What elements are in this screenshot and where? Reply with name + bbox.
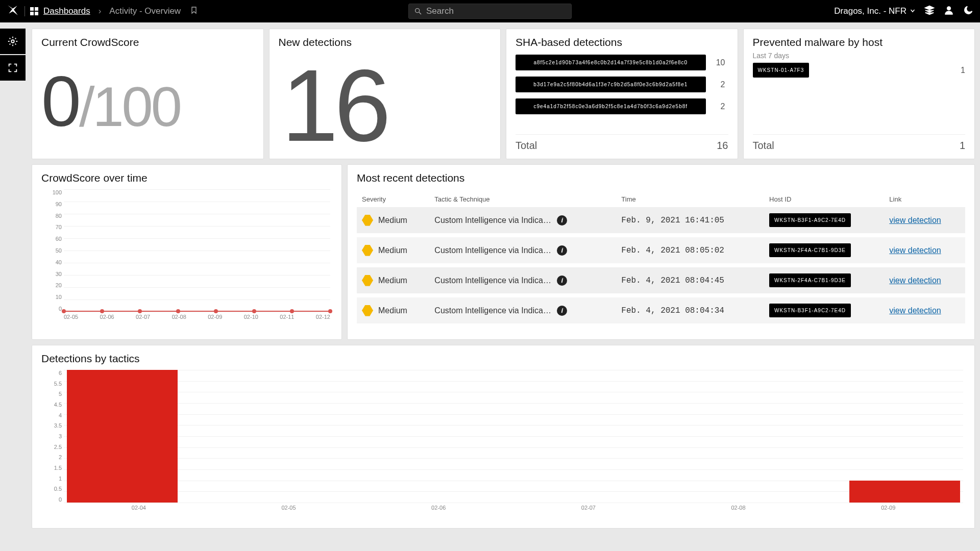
info-icon[interactable]: i xyxy=(557,215,567,226)
view-detection-link[interactable]: view detection xyxy=(889,276,941,285)
card-title: Detections by tactics xyxy=(41,353,965,365)
org-switcher[interactable]: Dragos, Inc. - NFR xyxy=(834,6,916,16)
severity-hex-icon xyxy=(362,305,373,316)
search-input[interactable]: Search xyxy=(408,4,572,19)
tactic-text: Custom Intelligence via Indicat... xyxy=(434,246,552,255)
breadcrumb-sep: › xyxy=(95,6,105,16)
host-id: WKSTN-B3F1-A9C2-7E4D xyxy=(769,213,851,227)
row-bottom: Detections by tactics 65.554.543.532.521… xyxy=(32,345,975,529)
topbar: Dashboards › Activity - Overview Search … xyxy=(0,0,980,22)
chart-line xyxy=(64,311,330,312)
host-cell: WKSTN-2F4A-C7B1-9D3E xyxy=(764,265,884,295)
sha-count: 2 xyxy=(712,102,725,111)
svg-line-1 xyxy=(419,12,421,14)
time-cell: Feb. 9, 2021 16:41:05 xyxy=(616,207,764,235)
settings-button[interactable] xyxy=(0,29,26,54)
tactic-text: Custom Intelligence via Indicat... xyxy=(434,276,552,285)
new-detections-value: 16 xyxy=(282,55,492,157)
card-title: Current CrowdScore xyxy=(41,36,254,48)
bar-slot xyxy=(64,370,214,503)
prevented-list: WKSTN-01-A7F3 1 xyxy=(753,63,966,129)
info-icon[interactable]: i xyxy=(557,306,567,316)
sha-hash: a8f5c2e1d90b73a4f6e8c0b2d14a7f39e5c8b1d0… xyxy=(516,55,706,70)
topbar-left: Dashboards › Activity - Overview xyxy=(6,4,406,19)
tactics-chart: 65.554.543.532.521.510.50 02-0402-0502-0… xyxy=(44,370,965,513)
col-severity: Severity xyxy=(357,191,429,207)
time-cell: Feb. 4, 2021 08:04:34 xyxy=(616,295,764,325)
info-icon[interactable]: i xyxy=(557,276,567,286)
falcon-logo-icon[interactable] xyxy=(6,4,19,19)
host-id: WKSTN-2F4A-C7B1-9D3E xyxy=(769,243,851,257)
bar xyxy=(849,481,960,503)
tactic-text: Custom Intelligence via Indicat... xyxy=(434,216,552,225)
prevented-host: WKSTN-01-A7F3 xyxy=(753,63,810,78)
search-placeholder: Search xyxy=(426,6,454,16)
col-time: Time xyxy=(616,191,764,207)
severity-cell: Medium xyxy=(362,215,424,226)
severity-cell: Medium xyxy=(362,275,424,286)
app-grid-icon[interactable] xyxy=(30,7,38,15)
chart-yaxis: 1009080706050403020100 xyxy=(44,189,62,312)
table-row: MediumCustom Intelligence via Indicat...… xyxy=(357,265,965,295)
bar-slot xyxy=(363,370,513,503)
user-icon[interactable] xyxy=(943,5,954,18)
chart-bars xyxy=(64,370,963,503)
sha-hash: b3d17e9a2c5f80b4d6a1f3e7c9b2d5a8f0e3c6b9… xyxy=(516,77,706,92)
sha-count: 2 xyxy=(712,80,725,89)
sha-row: a8f5c2e1d90b73a4f6e8c0b2d14a7f39e5c8b1d0… xyxy=(516,55,725,70)
col-link: Link xyxy=(884,191,965,207)
card-subtitle: Last 7 days xyxy=(753,52,966,60)
card-prevented-malware: Prevented malware by host Last 7 days WK… xyxy=(743,29,975,159)
severity-label: Medium xyxy=(378,246,407,255)
sha-hash: c9e4a1d7b2f58c0e3a6d9b2f5c8e1a4d7b0f3c6a… xyxy=(516,98,706,114)
main-content: Current CrowdScore 0/100 New detections … xyxy=(32,29,975,551)
bar-slot xyxy=(664,370,814,503)
total-value: 1 xyxy=(960,140,965,152)
chart-grid xyxy=(64,189,330,312)
info-icon[interactable]: i xyxy=(557,245,567,256)
prevented-count: 1 xyxy=(961,66,965,75)
card-current-crowdscore: Current CrowdScore 0/100 xyxy=(32,29,264,159)
svg-point-3 xyxy=(11,40,14,43)
view-detection-link[interactable]: view detection xyxy=(889,246,941,255)
total-value: 16 xyxy=(717,140,728,152)
card-title: Prevented malware by host xyxy=(753,36,966,48)
sha-row: b3d17e9a2c5f80b4d6a1f3e7c9b2d5a8f0e3c6b9… xyxy=(516,77,725,92)
detections-scroll[interactable]: Severity Tactic & Technique Time Host ID… xyxy=(357,191,965,332)
layers-icon[interactable] xyxy=(924,5,935,18)
sha-count: 10 xyxy=(712,58,725,67)
svg-point-2 xyxy=(947,6,950,10)
host-cell: WKSTN-B3F1-A9C2-7E4D xyxy=(764,207,884,235)
moon-icon[interactable] xyxy=(963,5,974,18)
col-host: Host ID xyxy=(764,191,884,207)
total-label: Total xyxy=(753,140,774,152)
host-cell: WKSTN-2F4A-C7B1-9D3E xyxy=(764,235,884,265)
tactic-cell: Custom Intelligence via Indicat...i xyxy=(434,215,567,226)
card-recent-detections: Most recent detections Severity Tactic &… xyxy=(347,164,975,340)
card-detections-by-tactics: Detections by tactics 65.554.543.532.521… xyxy=(32,345,975,529)
severity-hex-icon xyxy=(362,245,373,256)
time-cell: Feb. 4, 2021 08:04:45 xyxy=(616,265,764,295)
card-crowdscore-over-time: CrowdScore over time 1009080706050403020… xyxy=(32,164,342,340)
svg-point-0 xyxy=(415,9,420,13)
bar-slot xyxy=(513,370,664,503)
table-row: MediumCustom Intelligence via Indicat...… xyxy=(357,207,965,235)
total-label: Total xyxy=(516,140,537,152)
table-row: MediumCustom Intelligence via Indicat...… xyxy=(357,235,965,265)
table-row: MediumCustom Intelligence via Indicat...… xyxy=(357,295,965,325)
view-detection-link[interactable]: view detection xyxy=(889,306,941,315)
severity-label: Medium xyxy=(378,216,407,225)
chart-xaxis: 02-0402-0502-0602-0702-0802-09 xyxy=(64,505,963,513)
breadcrumb-root[interactable]: Dashboards xyxy=(43,6,90,16)
detections-table: Severity Tactic & Technique Time Host ID… xyxy=(357,191,965,328)
view-detection-link[interactable]: view detection xyxy=(889,216,941,224)
severity-hex-icon xyxy=(362,275,373,286)
bar-slot xyxy=(214,370,364,503)
sha-list[interactable]: a8f5c2e1d90b73a4f6e8c0b2d14a7f39e5c8b1d0… xyxy=(516,55,728,129)
prevented-row: WKSTN-01-A7F3 1 xyxy=(753,63,966,78)
bookmark-icon[interactable] xyxy=(186,6,198,17)
separator xyxy=(24,6,25,16)
fullscreen-button[interactable] xyxy=(0,55,26,81)
time-cell: Feb. 4, 2021 08:05:02 xyxy=(616,235,764,265)
card-new-detections: New detections 16 xyxy=(269,29,501,159)
